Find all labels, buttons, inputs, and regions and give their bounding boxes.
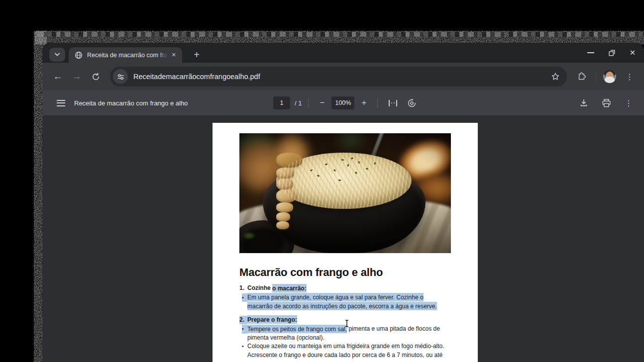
toolbar-separator: [596, 72, 596, 82]
kebab-icon: ⋮: [625, 98, 633, 108]
pdf-viewer[interactable]: Macarrão com frango e alho 1.Cozinhe o m…: [42, 115, 644, 362]
minimize-icon: [587, 52, 594, 53]
url-text: Receitademacarrãocomfrangoealho.pdf: [133, 73, 547, 81]
pdf-separator: [308, 98, 309, 108]
list-marker: 2.: [239, 316, 247, 325]
rotate-button[interactable]: [403, 94, 420, 111]
globe-favicon-icon: [75, 51, 83, 59]
text-cursor-icon: [344, 319, 350, 328]
hamburger-icon: [57, 100, 65, 106]
window-edge-blocks: [38, 32, 644, 37]
photo-vignette: [239, 133, 451, 253]
back-icon: ←: [53, 71, 63, 82]
recipe-line: •Em uma panela grande, coloque água e sa…: [239, 293, 458, 302]
zoom-in-button[interactable]: +: [357, 96, 371, 110]
browser-tab-strip: Receita de macarrão com fran ✕ + ✕: [42, 43, 644, 63]
download-button[interactable]: [575, 94, 592, 111]
tab-close-button[interactable]: ✕: [169, 51, 178, 60]
pdf-toolbar: Receita de macarrão com frango e alho 1 …: [42, 90, 644, 115]
selected-text: Em uma panela grande, coloque água e sal…: [247, 293, 424, 301]
restore-button[interactable]: [604, 45, 619, 60]
pdf-right-controls: ⋮: [575, 90, 637, 115]
page-count-label: / 1: [295, 99, 302, 107]
recipe-bullet: •Coloque azeite ou manteiga em uma frigi…: [239, 342, 458, 360]
list-marker: •: [242, 342, 247, 351]
recipe-step-heading: 1.Cozinhe o macarrão:: [239, 284, 458, 293]
list-marker: •: [242, 293, 247, 302]
bookmark-button[interactable]: [547, 68, 564, 85]
close-window-button[interactable]: ✕: [625, 45, 640, 60]
fit-width-icon: [389, 100, 397, 106]
kebab-icon: ⋮: [626, 72, 634, 82]
list-marker: 1.: [239, 284, 247, 293]
selected-text: macarrão de acordo as instruções do paco…: [247, 302, 437, 310]
browser-toolbar: ← → Receitademacarrãocomfrangoealho.pdf: [42, 63, 644, 90]
star-icon: [551, 72, 560, 81]
pdf-doc-title: Receita de macarrão com frango e alho: [74, 99, 188, 107]
fit-width-button[interactable]: [384, 94, 401, 111]
tune-icon: [117, 73, 124, 81]
selected-text: o macarrão:: [272, 284, 307, 292]
zoom-out-button[interactable]: −: [315, 96, 329, 110]
download-icon: [579, 98, 588, 107]
browser-menu-button[interactable]: ⋮: [620, 67, 639, 86]
close-icon: ✕: [171, 52, 176, 58]
new-tab-button[interactable]: +: [190, 48, 204, 62]
forward-button[interactable]: →: [67, 67, 86, 86]
tab-title-fade: [158, 52, 169, 59]
puzzle-icon: [576, 72, 586, 82]
selected-text: Prepare o frango:: [247, 315, 297, 324]
recipe-line: 1.Cozinhe o macarrão:: [239, 284, 458, 293]
close-icon: ✕: [630, 48, 636, 57]
pdf-menu-button[interactable]: [52, 94, 69, 111]
profile-avatar[interactable]: [603, 70, 616, 83]
omnibox[interactable]: Receitademacarrãocomfrangoealho.pdf: [110, 67, 567, 87]
zoom-level-input[interactable]: 100%: [331, 96, 354, 109]
tab-search-button[interactable]: [49, 48, 65, 62]
chevron-down-icon: [54, 53, 60, 57]
recipe-title: Macarrão com frango e alho: [239, 266, 458, 279]
recipe-photo-image: [239, 133, 451, 253]
recipe-content: Macarrão com frango e alho 1.Cozinhe o m…: [239, 266, 458, 360]
restore-icon: [609, 50, 615, 56]
recipe-line: Acrescente o frango e doure cada lado po…: [239, 351, 458, 360]
site-settings-button[interactable]: [113, 69, 128, 84]
pdf-separator: [377, 98, 378, 108]
print-icon: [602, 98, 611, 108]
recipe-line: macarrão de acordo as instruções do paco…: [239, 302, 458, 311]
recipe-text: Cozinhe: [247, 284, 272, 291]
rotate-icon: [407, 98, 417, 108]
plus-icon: +: [362, 98, 367, 108]
minimize-button[interactable]: [583, 45, 598, 60]
reload-button[interactable]: [86, 67, 105, 86]
minus-icon: −: [320, 98, 325, 108]
tab-title: Receita de macarrão com fran: [87, 52, 169, 59]
browser-tab[interactable]: Receita de macarrão com fran ✕: [69, 47, 182, 63]
toolbar-right-cluster: ⋮: [572, 67, 639, 86]
page-number-input[interactable]: 1: [273, 96, 290, 109]
pdf-center-controls: 1 / 1 − 100% +: [273, 90, 420, 115]
recipe-text: Coloque azeite ou manteiga em uma frigid…: [247, 343, 444, 350]
pdf-more-button[interactable]: ⋮: [620, 94, 637, 111]
browser-window: Receita de macarrão com fran ✕ + ✕: [42, 43, 644, 362]
recipe-line: •Coloque azeite ou manteiga em uma frigi…: [239, 342, 458, 351]
pdf-page: Macarrão com frango e alho 1.Cozinhe o m…: [213, 123, 478, 362]
back-button[interactable]: ←: [48, 67, 67, 86]
recipe-line: pimenta vermelha (opcional).: [239, 334, 458, 343]
extensions-button[interactable]: [572, 67, 591, 86]
recipe-text: pimenta vermelha (opcional).: [247, 334, 324, 341]
print-button[interactable]: [598, 94, 615, 111]
forward-icon: →: [72, 71, 82, 82]
recipe-text: Acrescente o frango e doure cada lado po…: [247, 352, 442, 359]
selected-text: Tempere os peitos de frango com sal,: [247, 325, 347, 333]
window-controls: ✕: [583, 45, 640, 60]
recipe-bullet: •Em uma panela grande, coloque água e sa…: [239, 293, 458, 311]
plus-icon: +: [194, 49, 200, 61]
list-marker: •: [242, 325, 247, 334]
recipe-text: pimenta e uma pitada de flocos de: [347, 325, 440, 332]
reload-icon: [92, 73, 100, 81]
